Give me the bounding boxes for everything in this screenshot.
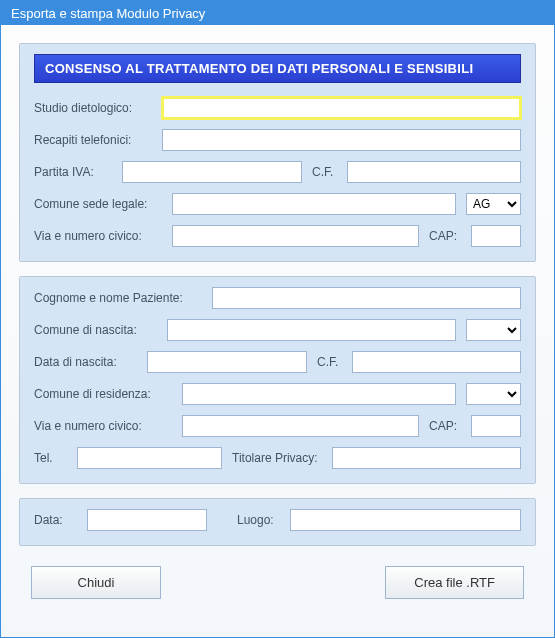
input-recapiti[interactable] xyxy=(162,129,521,151)
panel-data-luogo: Data: Luogo: xyxy=(19,498,536,546)
label-comune-sede: Comune sede legale: xyxy=(34,197,164,211)
input-via-paziente[interactable] xyxy=(182,415,419,437)
select-prov-res[interactable] xyxy=(466,383,521,405)
panel-studio: CONSENSO AL TRATTAMENTO DEI DATI PERSONA… xyxy=(19,43,536,262)
input-data[interactable] xyxy=(87,509,207,531)
label-titolare: Titolare Privacy: xyxy=(232,451,318,465)
label-comune-res: Comune di residenza: xyxy=(34,387,174,401)
input-cf-paziente[interactable] xyxy=(352,351,521,373)
select-prov-sede[interactable]: AG xyxy=(466,193,521,215)
label-recapiti: Recapiti telefonici: xyxy=(34,133,154,147)
input-comune-nascita[interactable] xyxy=(167,319,456,341)
input-tel[interactable] xyxy=(77,447,222,469)
window: Esporta e stampa Modulo Privacy CONSENSO… xyxy=(0,0,555,638)
window-title: Esporta e stampa Modulo Privacy xyxy=(11,6,205,21)
label-data-nascita: Data di nascita: xyxy=(34,355,139,369)
label-tel: Tel. xyxy=(34,451,69,465)
label-piva: Partita IVA: xyxy=(34,165,114,179)
label-cf-studio: C.F. xyxy=(312,165,333,179)
window-titlebar: Esporta e stampa Modulo Privacy xyxy=(1,1,554,25)
consent-header: CONSENSO AL TRATTAMENTO DEI DATI PERSONA… xyxy=(34,54,521,83)
create-rtf-button[interactable]: Crea file .RTF xyxy=(385,566,524,599)
label-studio: Studio dietologico: xyxy=(34,101,154,115)
input-comune-res[interactable] xyxy=(182,383,456,405)
select-prov-nascita[interactable] xyxy=(466,319,521,341)
label-via-paziente: Via e numero civico: xyxy=(34,419,174,433)
label-cap-paziente: CAP: xyxy=(429,419,457,433)
input-cap-studio[interactable] xyxy=(471,225,521,247)
label-via-studio: Via e numero civico: xyxy=(34,229,164,243)
label-luogo: Luogo: xyxy=(237,513,274,527)
input-data-nascita[interactable] xyxy=(147,351,307,373)
label-cap-studio: CAP: xyxy=(429,229,457,243)
input-luogo[interactable] xyxy=(290,509,521,531)
input-nome-paziente[interactable] xyxy=(212,287,521,309)
input-cap-paziente[interactable] xyxy=(471,415,521,437)
input-comune-sede[interactable] xyxy=(172,193,456,215)
label-comune-nascita: Comune di nascita: xyxy=(34,323,159,337)
close-button[interactable]: Chiudi xyxy=(31,566,161,599)
input-piva[interactable] xyxy=(122,161,302,183)
input-studio[interactable] xyxy=(162,97,521,119)
label-cf-paziente: C.F. xyxy=(317,355,338,369)
label-nome-paziente: Cognome e nome Paziente: xyxy=(34,291,204,305)
label-data: Data: xyxy=(34,513,79,527)
window-content: CONSENSO AL TRATTAMENTO DEI DATI PERSONA… xyxy=(1,25,554,617)
input-via-studio[interactable] xyxy=(172,225,419,247)
footer-buttons: Chiudi Crea file .RTF xyxy=(19,560,536,599)
panel-paziente: Cognome e nome Paziente: Comune di nasci… xyxy=(19,276,536,484)
input-cf-studio[interactable] xyxy=(347,161,521,183)
input-titolare[interactable] xyxy=(332,447,521,469)
